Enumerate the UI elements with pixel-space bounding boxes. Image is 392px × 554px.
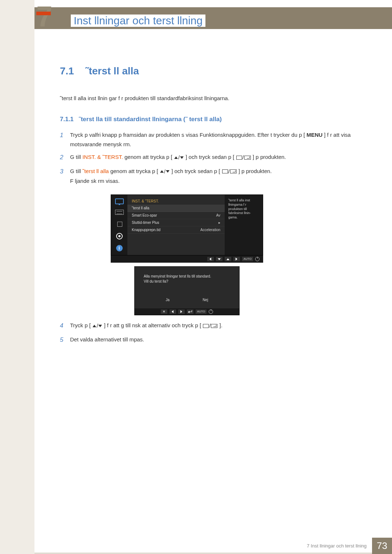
step-5-num: 5	[60, 335, 70, 345]
section-title: ˜terst ll alla	[85, 65, 139, 77]
step-3-text-c: ] och tryck sedan p [	[171, 168, 220, 174]
up-down-icon: /	[92, 321, 102, 331]
osd1-side-help: ˜terst ll alla inst llningarna f r produ…	[225, 195, 263, 255]
step-4-text-b: ] f r att g till nsk at alternativ och t…	[104, 322, 201, 328]
step-3-follow: F ljande sk rm visas.	[70, 178, 120, 184]
step-2-text-b: genom att trycka p [	[124, 154, 172, 160]
up-down-icon: /	[174, 153, 184, 162]
osd1-row-2: Sluttid-timer Plus ▸	[127, 219, 225, 226]
nav-left-icon	[170, 309, 176, 314]
nav-auto-label: AUTO	[242, 257, 253, 261]
chapter-number: 7	[36, 0, 53, 33]
step-4-text-c: ].	[220, 322, 222, 328]
chapter-title: Inst llningar och terst llning	[71, 15, 205, 27]
step-2-num: 2	[60, 152, 70, 163]
step-3-text-b: genom att trycka p [	[110, 168, 158, 174]
footer-text: 7 Inst llningar och terst llning	[307, 543, 367, 549]
nav-left-icon	[207, 257, 214, 261]
menu-label: MENU	[306, 132, 322, 138]
step-2-text: G till INST. & ˜TERST. genom att trycka …	[70, 152, 370, 163]
osd1-nav-bar: AUTO	[111, 255, 263, 263]
step-1-text: Tryck p valfri knapp p framsidan av prod…	[70, 130, 370, 149]
source-enter-icon: /	[203, 321, 218, 331]
gear-icon	[116, 233, 123, 239]
left-margin	[0, 0, 34, 554]
info-icon: i	[116, 245, 123, 251]
osd-dialog-2: Alla menyinst llningar terst lls till st…	[134, 266, 240, 315]
osd2-body: Alla menyinst llningar terst lls till st…	[135, 267, 239, 291]
subsection-heading: 7.1.1 ˜terst lla till standardinst llnin…	[60, 116, 370, 123]
step-1: 1 Tryck p valfri knapp p framsidan av pr…	[60, 130, 370, 149]
section-heading: 7.1 ˜terst ll alla	[60, 65, 370, 77]
osd2-line2: Vill du terst lla?	[144, 279, 230, 284]
source-enter-icon: /	[236, 153, 251, 162]
osd1-row-0-label: ˜terst ll alla	[132, 206, 149, 210]
step-4-text-a: Tryck p [	[70, 322, 91, 328]
nav-right-icon	[233, 257, 240, 261]
content-area: 7.1 ˜terst ll alla ˜terst ll alla inst l…	[34, 65, 370, 349]
osd1-row-0: ˜terst ll alla	[127, 205, 225, 212]
osd2-line1: Alla menyinst llningar terst lls till st…	[144, 274, 230, 279]
step-3: 3 G till ˜terst ll alla genom att trycka…	[60, 167, 370, 185]
step-3-text-d: ] p produkten.	[238, 168, 272, 174]
step-2-orange: INST. & ˜TERST.	[82, 154, 123, 160]
list-icon	[115, 210, 124, 215]
step-5-text: Det valda alternativet till mpas.	[70, 335, 370, 345]
close-icon: ✕	[161, 309, 167, 314]
chapter-accent	[36, 12, 51, 15]
osd1-row-3: Knappupprepn.tid Acceleration	[127, 226, 225, 234]
nav-auto-label: AUTO	[196, 309, 207, 314]
up-down-icon: /	[160, 167, 170, 176]
step-1-text-a: Tryck p valfri knapp p framsidan av prod…	[70, 132, 305, 138]
page-number: 73	[372, 538, 392, 554]
osd1-row-3-val: Acceleration	[200, 228, 220, 232]
footer: 7 Inst llningar och terst llning 73	[34, 538, 392, 554]
step-2-text-c: ] och tryck sedan p [	[185, 154, 234, 160]
monitor-icon	[115, 198, 124, 204]
power-icon	[255, 257, 260, 261]
osd2-nav-bar: ✕ AUTO	[135, 308, 239, 315]
subsection-title: ˜terst lla till standardinst llningarna …	[79, 116, 222, 123]
section-number: 7.1	[60, 65, 74, 77]
osd1-row-2-val: ▸	[219, 221, 220, 225]
step-4-text: Tryck p [ / ] f r att g till nsk at alte…	[70, 321, 370, 331]
osd1-row-1-label: Smart Eco-spar	[132, 213, 157, 217]
osd1-row-3-label: Knappupprepn.tid	[132, 228, 160, 232]
step-4: 4 Tryck p [ / ] f r att g till nsk at al…	[60, 321, 370, 331]
step-2-text-d: ] p produkten.	[253, 154, 286, 160]
step-3-text: G till ˜terst ll alla genom att trycka p…	[70, 167, 370, 185]
osd1-row-1: Smart Eco-spar Av	[127, 212, 225, 219]
osd1-main: INST. & ˜TERST. ˜terst ll alla Smart Eco…	[127, 195, 225, 255]
step-3-num: 3	[60, 167, 70, 185]
nav-up-icon	[225, 257, 231, 261]
resize-icon	[115, 220, 124, 227]
step-2-text-a: G till	[70, 154, 82, 160]
osd-menu-1: i INST. & ˜TERST. ˜terst ll alla Smart E…	[111, 194, 263, 255]
step-3-orange: ˜terst ll alla	[82, 168, 109, 174]
chapter-number-text: 7	[36, 0, 53, 33]
subsection-number: 7.1.1	[60, 116, 74, 123]
osd1-row-2-label: Sluttid-timer Plus	[132, 221, 159, 225]
nav-down-icon	[216, 257, 222, 261]
step-3-text-a: G till	[70, 168, 82, 174]
source-enter-icon: /	[222, 167, 237, 176]
osd1-row-1-val: Av	[216, 213, 221, 217]
step-4-num: 4	[60, 321, 70, 331]
nav-right-icon	[178, 309, 185, 314]
step-5: 5 Det valda alternativet till mpas.	[60, 335, 370, 345]
osd1-icon-bar: i	[111, 195, 127, 255]
intro-text: ˜terst ll alla inst llnin gar f r produk…	[60, 95, 370, 101]
osd1-header: INST. & ˜TERST.	[127, 198, 225, 205]
osd2-yes: Ja	[166, 298, 170, 302]
enter-icon	[187, 309, 193, 314]
osd-container: i INST. & ˜TERST. ˜terst ll alla Smart E…	[111, 194, 263, 315]
osd2-no: Nej	[203, 298, 208, 302]
step-2: 2 G till INST. & ˜TERST. genom att tryck…	[60, 152, 370, 163]
osd2-buttons: Ja Nej	[135, 291, 239, 308]
step-1-num: 1	[60, 130, 70, 149]
power-icon	[209, 309, 213, 314]
